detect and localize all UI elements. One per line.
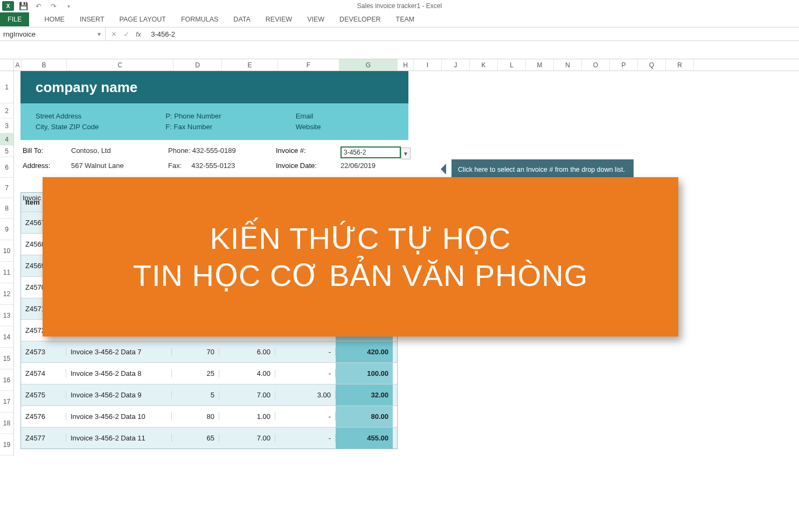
app-title: Sales invoice tracker1 - Excel bbox=[0, 2, 799, 10]
row-3[interactable]: 3 bbox=[0, 118, 13, 134]
cell-price: 100.00 bbox=[336, 363, 393, 384]
col-Q[interactable]: Q bbox=[638, 59, 666, 71]
tab-view[interactable]: VIEW bbox=[307, 16, 324, 23]
col-R[interactable]: R bbox=[666, 59, 694, 71]
email-placeholder: Email bbox=[296, 111, 393, 122]
cell-qty: 5 bbox=[172, 391, 219, 399]
select-all-corner[interactable] bbox=[0, 59, 14, 71]
excel-app-icon: X bbox=[2, 1, 14, 11]
row-6[interactable]: 6 bbox=[0, 157, 13, 178]
cell-qty: 80 bbox=[172, 412, 219, 421]
cell-unit-price: 7.00 bbox=[219, 391, 275, 399]
cell-desc: Invoice 3-456-2 Data 7 bbox=[66, 348, 172, 356]
table-row[interactable]: Z4575Invoice 3-456-2 Data 957.003.0032.0… bbox=[21, 384, 397, 405]
phone-value: 432-555-0189 bbox=[192, 146, 236, 155]
invoice-number-dropdown-icon[interactable]: ▼ bbox=[401, 148, 411, 159]
col-A[interactable]: A bbox=[14, 59, 22, 71]
tab-formulas[interactable]: FORMULAS bbox=[181, 16, 218, 23]
tab-file[interactable]: FILE bbox=[0, 12, 29, 26]
col-B[interactable]: B bbox=[22, 59, 67, 71]
formula-cancel-icon[interactable]: ✕ bbox=[111, 30, 117, 38]
ribbon-tabs: FILE HOME INSERT PAGE LAYOUT FORMULAS DA… bbox=[0, 12, 799, 27]
row-12[interactable]: 12 bbox=[0, 283, 13, 305]
row-16[interactable]: 16 bbox=[0, 369, 13, 391]
col-P[interactable]: P bbox=[610, 59, 638, 71]
row-4[interactable]: 4 bbox=[0, 134, 13, 145]
cell-price: 32.00 bbox=[336, 384, 393, 405]
table-row[interactable]: Z4573Invoice 3-456-2 Data 7706.00-420.00 bbox=[21, 341, 397, 362]
name-box-dropdown-icon[interactable]: ▼ bbox=[96, 31, 102, 37]
street-address: Street Address bbox=[36, 111, 133, 122]
invoice-number-cell[interactable]: 3-456-2 ▼ bbox=[341, 146, 401, 158]
cell-desc: Invoice 3-456-2 Data 9 bbox=[66, 391, 172, 399]
cell-unit-price: 6.00 bbox=[219, 348, 275, 356]
cell-item: Z4574 bbox=[21, 369, 66, 377]
invoice-details: Bill To: Contoso, Ltd Phone: 432-555-018… bbox=[20, 140, 408, 171]
col-M[interactable]: M bbox=[526, 59, 554, 71]
col-N[interactable]: N bbox=[554, 59, 582, 71]
qat-customize-icon[interactable]: ▾ bbox=[62, 1, 74, 11]
formula-input[interactable] bbox=[147, 28, 799, 40]
tab-home[interactable]: HOME bbox=[44, 16, 65, 23]
cell-unit-price: 7.00 bbox=[219, 434, 275, 442]
col-L[interactable]: L bbox=[498, 59, 526, 71]
row-1[interactable]: 1 bbox=[0, 71, 13, 103]
row-7[interactable]: 7 bbox=[0, 178, 13, 198]
formula-accept-icon[interactable]: ✓ bbox=[123, 30, 129, 38]
fx-icon[interactable]: fx bbox=[136, 30, 141, 38]
table-row[interactable]: Z4576Invoice 3-456-2 Data 10801.00-80.00 bbox=[21, 405, 397, 427]
fax-label: Fax: bbox=[168, 162, 182, 170]
row-19[interactable]: 19 bbox=[0, 434, 13, 456]
tab-developer[interactable]: DEVELOPER bbox=[339, 16, 380, 23]
row-5[interactable]: 5 bbox=[0, 145, 13, 157]
cell-price: 455.00 bbox=[336, 428, 393, 449]
invoice-number-value: 3-456-2 bbox=[344, 149, 366, 156]
col-C[interactable]: C bbox=[67, 59, 173, 71]
tab-page-layout[interactable]: PAGE LAYOUT bbox=[120, 16, 166, 23]
row-2[interactable]: 2 bbox=[0, 103, 13, 118]
redo-icon[interactable]: ↷ bbox=[47, 1, 59, 11]
cell-item: Z4576 bbox=[21, 412, 66, 421]
col-K[interactable]: K bbox=[470, 59, 498, 71]
name-box[interactable]: rngInvoice ▼ bbox=[0, 27, 106, 40]
col-J[interactable]: J bbox=[442, 59, 470, 71]
row-14[interactable]: 14 bbox=[0, 326, 13, 348]
cell-discount: - bbox=[275, 434, 336, 442]
row-18[interactable]: 18 bbox=[0, 412, 13, 434]
col-F[interactable]: F bbox=[278, 59, 339, 71]
overlay-line2: TIN HỌC CƠ BẢN VĂN PHÒNG bbox=[133, 258, 588, 293]
cell-item: Z4573 bbox=[21, 348, 66, 356]
cell-discount: - bbox=[275, 348, 336, 356]
cell-desc: Invoice 3-456-2 Data 10 bbox=[66, 412, 172, 421]
website-placeholder: Website bbox=[296, 122, 393, 132]
row-10[interactable]: 10 bbox=[0, 240, 13, 262]
tab-team[interactable]: TEAM bbox=[396, 16, 415, 23]
row-8[interactable]: 8 bbox=[0, 198, 13, 219]
tab-review[interactable]: REVIEW bbox=[266, 16, 292, 23]
phone-placeholder: P: Phone Number bbox=[165, 111, 263, 122]
row-11[interactable]: 11 bbox=[0, 262, 13, 283]
table-row[interactable]: Z4577Invoice 3-456-2 Data 11657.00-455.0… bbox=[21, 427, 397, 449]
save-icon[interactable]: 💾 bbox=[17, 1, 29, 11]
col-D[interactable]: D bbox=[173, 59, 222, 71]
col-H[interactable]: H bbox=[398, 59, 414, 71]
row-15[interactable]: 15 bbox=[0, 348, 13, 369]
col-E[interactable]: E bbox=[222, 59, 278, 71]
col-O[interactable]: O bbox=[582, 59, 610, 71]
row-9[interactable]: 9 bbox=[0, 219, 13, 240]
formula-expand-area bbox=[0, 41, 799, 59]
cell-discount: - bbox=[275, 369, 336, 377]
tab-data[interactable]: DATA bbox=[233, 16, 250, 23]
cell-discount: 3.00 bbox=[275, 391, 336, 399]
col-I[interactable]: I bbox=[414, 59, 442, 71]
row-headers: 1 2 3 4 5 6 7 8 9 10 11 12 13 14 15 16 1… bbox=[0, 71, 14, 456]
undo-icon[interactable]: ↶ bbox=[32, 1, 44, 11]
row-17[interactable]: 17 bbox=[0, 391, 13, 412]
invoice-for-label: Invoic bbox=[23, 194, 41, 202]
table-row[interactable]: Z4574Invoice 3-456-2 Data 8254.00-100.00 bbox=[21, 362, 397, 384]
address-value: 567 Walnut Lane bbox=[71, 162, 168, 170]
row-13[interactable]: 13 bbox=[0, 305, 13, 326]
tab-insert[interactable]: INSERT bbox=[80, 16, 105, 23]
col-G[interactable]: G bbox=[339, 59, 398, 71]
cell-discount: - bbox=[275, 412, 336, 421]
